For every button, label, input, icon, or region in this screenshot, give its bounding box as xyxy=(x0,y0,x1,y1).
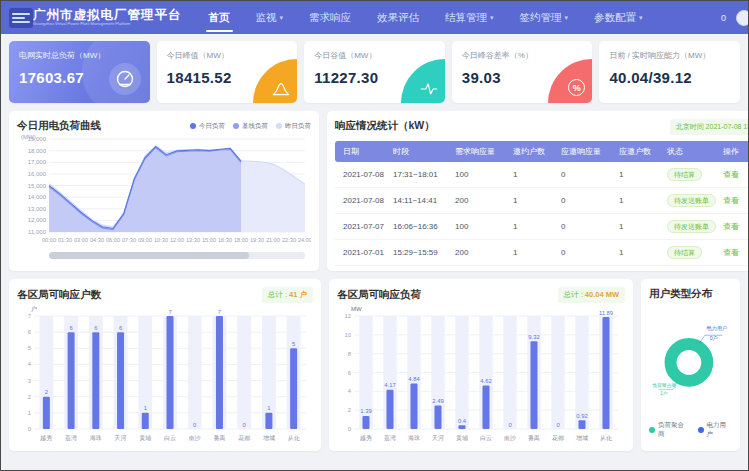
svg-text:增城: 增城 xyxy=(576,435,588,442)
column-header: 状态 xyxy=(663,141,719,162)
svg-text:3: 3 xyxy=(28,378,31,384)
peak-curve-icon xyxy=(253,59,297,103)
logo-icon xyxy=(9,8,33,28)
svg-text:6: 6 xyxy=(119,325,122,331)
svg-text:7: 7 xyxy=(168,309,171,315)
table-row: 2021-07-0115:29~15:59200101待结算查看 xyxy=(335,240,749,266)
avatar[interactable] xyxy=(736,10,749,26)
legend-dot xyxy=(276,123,282,129)
logo xyxy=(9,8,33,28)
svg-text:(MW): (MW) xyxy=(21,134,36,140)
table-cell: 16:06~16:36 xyxy=(389,214,451,240)
kpi-card-peak-valley-rate: 今日峰谷差率（%） 39.03 % xyxy=(452,41,593,103)
table-cell: 200 xyxy=(451,240,509,266)
table-cell: 200 xyxy=(451,188,509,214)
nav-item-3[interactable]: 需求响应 xyxy=(296,1,364,34)
view-link[interactable]: 查看 xyxy=(723,248,739,257)
donut-slice-aggregator[interactable] xyxy=(671,344,708,381)
nav-item-6[interactable]: 签约管理▾ xyxy=(507,1,582,34)
svg-text:7: 7 xyxy=(28,313,31,319)
kpi-card-total-load: 电网实时总负荷（MW） 17603.67 xyxy=(9,41,150,103)
legend-dot xyxy=(190,123,196,129)
svg-text:11.89: 11.89 xyxy=(599,310,613,316)
column-header: 操作 xyxy=(719,141,749,162)
chevron-down-icon: ▾ xyxy=(639,14,643,22)
svg-text:6: 6 xyxy=(28,329,31,335)
kpi-card-valley: 今日谷值（MW） 11227.30 xyxy=(304,41,445,103)
table-cell: 1 xyxy=(509,240,557,266)
svg-text:越秀: 越秀 xyxy=(360,434,372,442)
svg-text:5: 5 xyxy=(292,341,295,347)
nav-item-1[interactable]: 首页 xyxy=(196,1,243,34)
svg-text:15,000: 15,000 xyxy=(28,183,47,189)
table-cell: 1 xyxy=(615,188,663,214)
svg-text:白云: 白云 xyxy=(480,435,492,442)
svg-text:0户: 0户 xyxy=(710,335,718,341)
nav-item-5[interactable]: 结算管理▾ xyxy=(432,1,507,34)
svg-text:从化: 从化 xyxy=(288,435,300,442)
svg-text:4.84: 4.84 xyxy=(408,376,420,382)
svg-text:南沙: 南沙 xyxy=(189,435,201,441)
datazoom-slider[interactable] xyxy=(49,252,305,259)
svg-text:13,000: 13,000 xyxy=(28,206,47,212)
user-type-legend: 负荷聚合商电力用户 xyxy=(649,421,732,439)
column-header: 应邀户数 xyxy=(615,141,663,162)
svg-text:9.32: 9.32 xyxy=(528,334,539,340)
legend-item[interactable]: 负荷聚合商 xyxy=(649,421,690,439)
response-stats-card: 响应情况统计（kW） 北京时间 2021-07-08 18:1 日期时段需求响应… xyxy=(327,111,749,271)
nav-item-7[interactable]: 参数配置▾ xyxy=(581,1,656,34)
view-link[interactable]: 查看 xyxy=(723,196,739,205)
table-cell: 100 xyxy=(451,162,509,188)
table-cell: 0 xyxy=(557,214,615,240)
legend-item[interactable]: 今日负荷 xyxy=(190,122,225,131)
svg-text:16:30: 16:30 xyxy=(218,237,232,243)
svg-text:8: 8 xyxy=(348,351,351,357)
svg-text:1: 1 xyxy=(144,405,147,411)
svg-text:15:00: 15:00 xyxy=(202,237,216,243)
district-load-card: 各区局可响应负荷 总计 : 40.04 MW 024681012MW1.39越秀… xyxy=(329,279,633,451)
view-link[interactable]: 查看 xyxy=(723,170,739,179)
svg-text:黄埔: 黄埔 xyxy=(139,435,151,441)
legend-item[interactable]: 基线负荷 xyxy=(233,122,268,131)
kpi-row: 电网实时总负荷（MW） 17603.67 今日峰值（MW） 18415.52 今… xyxy=(9,41,740,103)
kpi-value: 40.04/39.12 xyxy=(609,69,730,86)
svg-text:6: 6 xyxy=(69,325,72,331)
svg-text:0: 0 xyxy=(348,426,351,432)
nav-item-2[interactable]: 监视▾ xyxy=(243,1,297,34)
nav-right: 0 xyxy=(721,10,740,26)
svg-text:0: 0 xyxy=(508,422,511,428)
district_users-svg: 01234567户2越秀6荔湾6海珠6天河1黄埔7白云0南沙7番禺0花都1增城5… xyxy=(17,303,311,443)
table-row: 2021-07-0817:31~18:01100101待结算查看 xyxy=(335,162,749,188)
svg-text:12:00: 12:00 xyxy=(170,237,184,243)
app-window: 广州市虚拟电厂管理平台 Guangzhou Virtual Power Plan… xyxy=(0,0,749,471)
load-curve-chart: 19,00018,00017,00016,00015,00014,00013,0… xyxy=(17,133,311,249)
legend-item[interactable]: 电力用户 xyxy=(698,421,732,439)
svg-text:增城: 增城 xyxy=(263,435,275,442)
nav-menu: 首页监视▾需求响应效果评估结算管理▾签约管理▾参数配置▾ xyxy=(196,1,656,34)
svg-text:06:00: 06:00 xyxy=(106,237,120,243)
kpi-card-response-capability: 日前 / 实时响应能力（MW） 40.04/39.12 xyxy=(599,41,740,103)
district-load-chart: 024681012MW1.39越秀4.17荔湾4.84海珠2.49天河0.4黄埔… xyxy=(337,303,625,447)
svg-text:1.39: 1.39 xyxy=(360,408,371,414)
load-curve-card: 今日用电负荷曲线 今日负荷基线负荷昨日负荷 19,00018,00017,000… xyxy=(9,111,319,271)
table-cell: 17:31~18:01 xyxy=(389,162,451,188)
table-row: 2021-07-0814:11~14:41200101待发送账单查看 xyxy=(335,188,749,214)
user-type-card: 用户类型分布 电力用户 0户 负荷聚合商 1户 负荷聚合商电力用户 xyxy=(641,279,740,451)
nav-item-4[interactable]: 效果评估 xyxy=(364,1,432,34)
table-cell: 2021-07-08 xyxy=(335,188,389,214)
table-cell: 14:11~14:41 xyxy=(389,188,451,214)
chevron-down-icon: ▾ xyxy=(565,14,569,22)
view-link[interactable]: 查看 xyxy=(723,222,739,231)
kpi-card-peak: 今日峰值（MW） 18415.52 xyxy=(157,41,298,103)
user-type-title: 用户类型分布 xyxy=(649,287,712,301)
svg-text:24:00: 24:00 xyxy=(298,237,311,243)
legend-item[interactable]: 昨日负荷 xyxy=(276,122,311,131)
table-cell: 100 xyxy=(451,214,509,240)
load-curve-legend: 今日负荷基线负荷昨日负荷 xyxy=(190,122,311,131)
app-title: 广州市虚拟电厂管理平台 xyxy=(33,9,182,22)
svg-text:10:30: 10:30 xyxy=(154,237,168,243)
notification-count[interactable]: 0 xyxy=(721,13,726,23)
app-title-block: 广州市虚拟电厂管理平台 Guangzhou Virtual Power Plan… xyxy=(33,9,182,27)
svg-text:4.17: 4.17 xyxy=(384,382,395,388)
svg-text:花都: 花都 xyxy=(238,435,250,442)
